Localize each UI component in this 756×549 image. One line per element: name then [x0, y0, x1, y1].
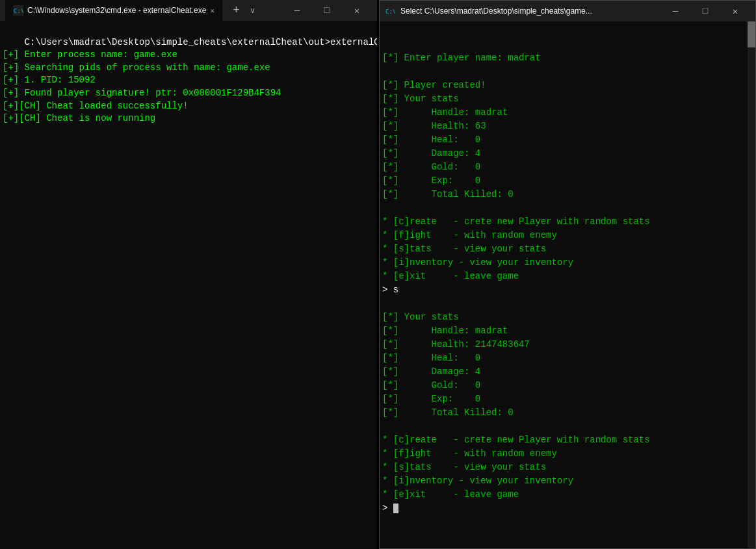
second-cmd-window: C:\ Select C:\Users\madrat\Desktop\simpl…	[379, 0, 756, 549]
second-maximize-button[interactable]: □	[690, 1, 720, 21]
second-line-5: [*] Health: 63	[382, 120, 753, 133]
second-window-controls: — □ ✕	[660, 1, 750, 21]
second-line-25: [*] Exp: 0	[382, 392, 753, 406]
second-close-button[interactable]: ✕	[720, 1, 750, 21]
main-line-6: [+][CH] Cheat is now running	[3, 113, 155, 123]
main-line-1: [+] Enter process name: game.exe	[3, 49, 177, 60]
second-titlebar: C:\ Select C:\Users\madrat\Desktop\simpl…	[380, 1, 755, 21]
second-line-11	[382, 201, 753, 215]
second-line-13: * [f]ight - with random enemy	[382, 229, 753, 242]
second-line-30: * [s]tats - view your stats	[382, 461, 753, 474]
main-line-2: [+] Searching pids of process with name:…	[3, 62, 270, 73]
main-tab[interactable]: C:\ C:\Windows\system32\cmd.exe - extern…	[5, 0, 222, 21]
second-line-18	[382, 297, 753, 311]
second-line-14: * [s]tats - view your stats	[382, 242, 753, 256]
second-line-20: [*] Handle: madrat	[382, 324, 753, 338]
main-close-button[interactable]: ✕	[342, 0, 372, 21]
second-line-29: * [f]ight - with random enemy	[382, 447, 753, 461]
second-line-0: [*] Enter player name: madrat	[382, 51, 753, 65]
second-line-1	[382, 65, 753, 79]
second-line-2: [*] Player created!	[382, 79, 753, 92]
second-line-15: * [i]nventory - view your inventory	[382, 256, 753, 270]
second-line-16: * [e]xit - leave game	[382, 270, 753, 283]
second-terminal-lines: [*] Enter player name: madrat[*] Player …	[382, 51, 753, 515]
second-line-27	[382, 420, 753, 433]
second-line-12: * [c]reate - crete new Player with rando…	[382, 215, 753, 229]
second-line-31: * [i]nventory - view your inventory	[382, 474, 753, 488]
second-line-9: [*] Exp: 0	[382, 174, 753, 188]
svg-text:C:\: C:\	[14, 8, 23, 14]
second-terminal-content: [*] Enter player name: madrat[*] Player …	[380, 21, 755, 548]
second-cmd-icon: C:\	[385, 6, 395, 16]
second-line-28: * [c]reate - crete new Player with rando…	[382, 433, 753, 447]
tab-dropdown-button[interactable]: ∨	[250, 6, 255, 16]
close-tab-button[interactable]: ✕	[210, 6, 215, 15]
cmd-icon: C:\	[13, 5, 23, 16]
second-line-19: [*] Your stats	[382, 311, 753, 324]
second-line-26: [*] Total Killed: 0	[382, 406, 753, 420]
second-line-22: [*] Heal: 0	[382, 351, 753, 365]
second-line-3: [*] Your stats	[382, 92, 753, 106]
second-line-4: [*] Handle: madrat	[382, 106, 753, 120]
main-line-3: [+] 1. PID: 15092	[3, 75, 96, 85]
new-tab-button[interactable]: +	[228, 4, 245, 17]
main-tab-label: C:\Windows\system32\cmd.exe - externalCh…	[27, 6, 206, 15]
main-line-5: [+][CH] Cheat loaded successfully!	[3, 101, 189, 111]
main-line-4: [+] Found player signature! ptr: 0x00000…	[3, 88, 281, 98]
second-line-21: [*] Health: 2147483647	[382, 338, 753, 351]
scrollbar-track[interactable]	[748, 21, 755, 548]
second-line-7: [*] Damage: 4	[382, 147, 753, 160]
cursor	[393, 504, 398, 513]
second-line-23: [*] Damage: 4	[382, 365, 753, 379]
second-line-33: >	[382, 502, 753, 515]
second-line-8: [*] Gold: 0	[382, 160, 753, 174]
main-cmd-window: C:\ C:\Windows\system32\cmd.exe - extern…	[0, 0, 377, 549]
main-minimize-button[interactable]: —	[282, 0, 312, 21]
second-line-6: [*] Heal: 0	[382, 133, 753, 147]
second-minimize-button[interactable]: —	[660, 1, 690, 21]
second-line-24: [*] Gold: 0	[382, 379, 753, 392]
second-line-32: * [e]xit - leave game	[382, 488, 753, 502]
second-window-title: Select C:\Users\madrat\Desktop\simple_ch…	[400, 6, 655, 16]
second-line-10: [*] Total Killed: 0	[382, 188, 753, 201]
second-line-17: > s	[382, 283, 753, 297]
main-line-0: C:\Users\madrat\Desktop\simple_cheats\ex…	[25, 37, 377, 47]
main-maximize-button[interactable]: □	[312, 0, 342, 21]
svg-text:C:\: C:\	[385, 8, 395, 15]
scrollbar-thumb[interactable]	[748, 21, 755, 47]
main-window-controls: — □ ✕	[282, 0, 372, 21]
main-terminal-content: C:\Users\madrat\Desktop\simple_cheats\ex…	[0, 21, 377, 549]
main-titlebar: C:\ C:\Windows\system32\cmd.exe - extern…	[0, 0, 377, 21]
